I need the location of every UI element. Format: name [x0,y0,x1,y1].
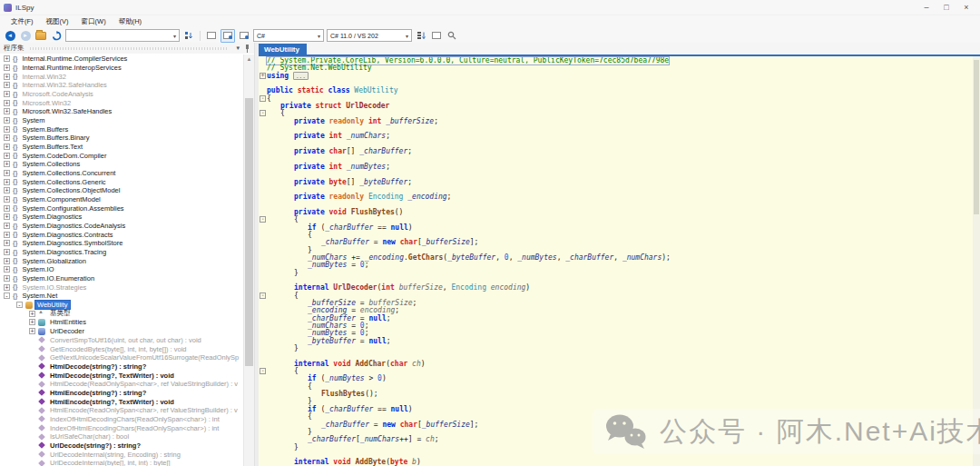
tree-item[interactable]: +{}System.Collections.ObjectModel [0,186,254,195]
expander-icon[interactable]: + [4,223,10,229]
expander-icon[interactable]: + [4,213,10,220]
expander-icon[interactable]: - [16,302,23,308]
dock-panel-toggle[interactable] [220,29,235,43]
open-file-button[interactable] [34,30,47,42]
tree-item[interactable]: +UrlDecoder [0,327,254,336]
scrollbar-thumb[interactable] [245,98,253,366]
tree-item[interactable]: GetNextUnicodeScalarValueFromUtf16Surrog… [0,353,254,362]
expander-icon[interactable]: + [4,258,10,264]
navigate-back-button[interactable]: ◄ [4,30,16,42]
tree-item[interactable]: -{}System.Net [0,292,254,301]
expander-icon[interactable]: + [4,205,10,212]
tree-item[interactable]: +{}System.Collections [0,160,254,169]
expander-icon[interactable]: + [4,100,10,106]
tree-item[interactable]: +{}System.Diagnostics.Contracts [0,230,254,239]
expander-icon[interactable]: + [4,266,10,273]
assembly-filter-combobox[interactable]: ▾ [65,29,180,42]
tree-item[interactable]: +{}System.ComponentModel [0,195,254,204]
tree-item[interactable]: -WebUtility [0,301,254,310]
sort-members-button[interactable] [415,30,427,42]
expander-icon[interactable]: + [4,196,10,203]
menu-item[interactable]: 文件(F) [5,16,39,27]
tree-item[interactable]: ConvertSmpToUtf16(uint, out char, out ch… [0,336,254,345]
tree-item[interactable]: IsUrlSafeChar(char) : bool [0,432,254,441]
code-view[interactable]: 公众号 · 阿木.Net+Ai技术 // System.Private.Core… [259,56,980,466]
tree-item[interactable]: IndexOfHtmlDecodingChars(ReadOnlySpan<ch… [0,415,254,424]
tree-item[interactable]: +{}Internal.Win32.SafeHandles [0,81,254,90]
fold-toggle-icon[interactable]: - [260,368,266,374]
tree-item[interactable]: +{}System.Diagnostics [0,213,254,222]
language-combobox[interactable]: C# ▾ [253,29,324,42]
tree-item[interactable]: HtmlEncode(string?, TextWriter) : void [0,397,254,406]
scroll-up-icon[interactable]: ▲ [244,55,254,64]
fold-toggle-icon[interactable]: - [260,292,266,299]
expander-icon[interactable]: + [4,153,10,159]
expander-icon[interactable]: + [4,91,10,97]
fold-toggle-icon[interactable]: - [260,216,266,223]
tree-item[interactable]: +{}System.Buffers [0,124,254,134]
split-view-button[interactable] [238,30,250,42]
pin-icon[interactable] [244,45,250,53]
new-tab-button[interactable] [205,30,218,42]
tree-item[interactable]: HtmlEncode(string?) : string? [0,389,254,398]
panel-drag-grip[interactable] [30,47,228,50]
tree-item[interactable]: IndexOfHtmlEncodingChars(ReadOnlySpan<ch… [0,423,254,432]
tree-item[interactable]: +{}System.Collections.Generic [0,177,254,186]
expander-icon[interactable]: + [4,126,10,133]
expander-icon[interactable]: + [4,74,10,80]
tree-item[interactable]: +{}Internal.Runtime.InteropServices [0,64,254,73]
tree-item[interactable]: +{}System.Diagnostics.SymbolStore [0,239,254,248]
expander-icon[interactable]: + [4,170,10,176]
expander-icon[interactable]: + [4,275,10,282]
tree-item[interactable]: GetEncodedBytes(byte[], int, int, byte[]… [0,344,254,353]
tree-item[interactable]: +{}System.Collections.Concurrent [0,169,254,178]
tree-item[interactable]: +基类型 [0,309,254,318]
code-scrollbar[interactable] [973,56,980,466]
window-layout-button[interactable] [430,30,443,42]
navigate-forward-button[interactable]: ► [19,30,32,42]
fold-toggle-icon[interactable]: - [260,110,266,116]
reload-assemblies-button[interactable] [50,30,63,42]
expander-icon[interactable]: + [4,284,10,291]
menu-item[interactable]: 窗口(W) [76,16,112,27]
expander-icon[interactable]: + [4,232,10,238]
sort-assemblies-button[interactable] [182,30,195,42]
tree-item[interactable]: +{}System.CodeDom.Compiler [0,151,254,160]
expander-icon[interactable]: + [4,187,10,193]
tab-webutility[interactable]: WebUtility [259,44,307,55]
tree-item[interactable]: +{}System.IO.Strategies [0,283,254,292]
tree-item[interactable]: +{}System.IO.Enumeration [0,274,254,283]
tree-item[interactable]: +{}Microsoft.Win32.SafeHandles [0,107,254,116]
tree-item[interactable]: +{}Microsoft.Win32 [0,98,254,107]
close-button[interactable]: × [956,1,976,15]
scrollbar-thumb[interactable] [974,60,979,214]
expander-icon[interactable]: + [4,134,10,141]
expander-icon[interactable]: + [4,161,10,167]
menu-item[interactable]: 帮助(H) [113,16,147,27]
expander-icon[interactable]: + [29,311,35,317]
tree-item[interactable]: +{}System.Buffers.Text [0,143,254,152]
tree-item[interactable]: +{}System.Diagnostics.Tracing [0,248,254,257]
tree-item[interactable]: +{}Microsoft.CodeAnalysis [0,90,254,99]
expander-icon[interactable]: + [29,328,35,334]
tree-item[interactable]: +{}System.Diagnostics.CodeAnalysis [0,222,254,231]
expander-icon[interactable]: - [4,292,10,299]
tree-item[interactable]: +{}System.IO [0,265,254,274]
expander-icon[interactable]: + [4,179,10,185]
tree-item[interactable]: UrlDecodeInternal(byte[], int, int) : by… [0,459,254,466]
fold-toggle-icon[interactable]: - [260,95,266,102]
tree-item[interactable]: +{}System.Buffers.Binary [0,134,254,143]
tree-item[interactable]: +{}Internal.Runtime.CompilerServices [0,55,254,64]
minimize-button[interactable]: – [916,1,936,15]
tree-item[interactable]: UrlDecodeInternal(string, Encoding) : st… [0,450,254,459]
expander-icon[interactable]: + [4,82,10,88]
fold-toggle-icon[interactable]: + [260,73,266,79]
expander-icon[interactable]: + [4,249,10,255]
panel-menu-chevron-icon[interactable]: ▾ [236,45,240,52]
expander-icon[interactable]: + [29,319,35,325]
maximize-button[interactable]: □ [936,1,956,15]
expander-icon[interactable]: + [4,108,10,114]
tree-item[interactable]: HtmlEncode(ReadOnlySpan<char>, ref Value… [0,406,254,415]
expander-icon[interactable]: + [4,64,10,71]
search-button[interactable] [446,30,458,42]
